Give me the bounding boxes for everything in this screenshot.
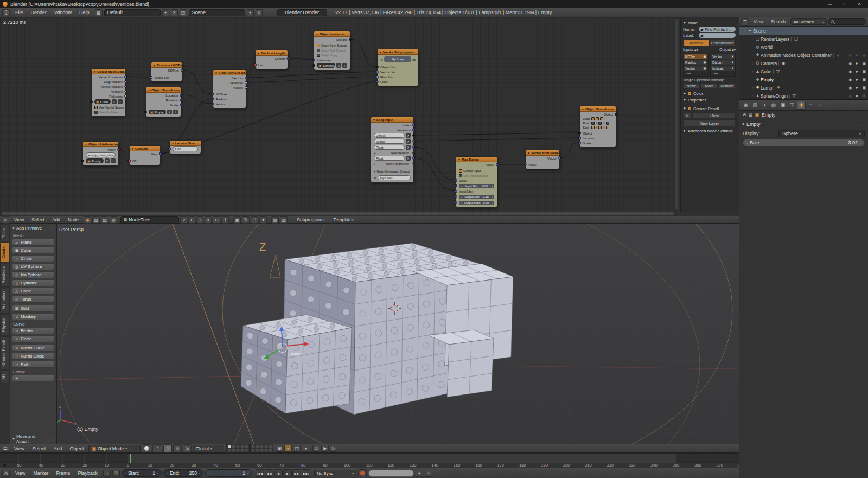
layer-toggle[interactable] [260,449,264,452]
menu-render[interactable]: Render [27,10,51,15]
socket-fpr:Radius[interactable] [212,98,214,100]
socket-locsize:Value[interactable] [168,148,171,150]
viewport-shading-icon[interactable] [142,444,151,452]
manipulator-scale-icon[interactable]: ⇲ [183,444,192,452]
color-panel-header[interactable]: ►✓Color [683,90,736,97]
gp-new-layer-button[interactable]: New Layer [683,120,736,126]
node-header-oto[interactable]: ▼Object Transforms ... [580,106,616,112]
add-torus-button[interactable]: ◎Torus [12,296,55,303]
socket-invoke:Object List[interactable] [376,66,379,68]
socket-gll:Length[interactable] [286,57,289,60]
close-button[interactable]: ✕ [853,2,865,7]
menu-view[interactable]: View [10,217,28,222]
text-field[interactable]: empty_draw_size [83,152,118,158]
restrict-select-icon[interactable]: ► [855,69,859,74]
tab-performance[interactable]: Performance [710,40,736,46]
socket-oto:Scale[interactable] [578,142,581,144]
node-header-oin[interactable]: ▼Object Instancer [314,31,350,37]
iterator-field-FloatParam[interactable]: FloatX [371,155,413,161]
add-cone-button[interactable]: △Cone [12,288,55,295]
socket-omd:Cube[interactable] [90,100,93,103]
layer-toggle[interactable] [251,445,255,448]
socket-oin:SphereO...[interactable] [312,64,315,67]
properties-tab-scene[interactable]: ◑ [760,101,769,110]
checkbox-Use Modifiers[interactable]: Use Modifiers [92,110,125,114]
socket-loop:Vector[interactable] [412,140,415,143]
node-omd[interactable]: ▼Object Mesh DataVertex LocationsEdge In… [91,68,126,117]
menu-select[interactable]: Select [28,446,49,451]
clear-object-button[interactable]: X [336,63,341,68]
properties-panel-header[interactable]: ▼Properties [683,97,736,103]
node-name-field[interactable]: ▣Find Points in... [699,27,736,32]
proportional-edit-icon[interactable]: ◎ [312,445,320,452]
tool-tab-animation[interactable]: Animation [0,288,10,313]
socket-loop:FloatParam[interactable] [412,157,415,160]
insert-keyframe-icon[interactable]: ✦ [416,470,423,477]
eyedropper-icon[interactable]: / [173,110,178,114]
layer-toggle[interactable] [256,449,259,452]
socket-ckd:KDTree[interactable] [181,69,183,72]
slider-Output Min:[interactable]: ‹Output Min:0.18› [456,194,497,200]
outliner-item-lamp[interactable]: ○✹Lamp|✳◉►▣ [739,84,868,92]
tool-tab-relations[interactable]: Relations [0,263,10,287]
menu-frame[interactable]: Frame [52,470,74,476]
toggle-move-button[interactable]: Move [701,83,718,89]
timeline-canvas[interactable]: -50-40-30-20-100102030405060708090100110… [0,453,739,468]
socket-mr:Output Max:[interactable] [455,201,457,204]
add-new-iterator[interactable]: +New Iterator [371,150,413,155]
tab-normal[interactable]: Normal [683,40,710,46]
layer-toggle[interactable] [240,449,244,452]
properties-tab-render[interactable]: ◉ [742,101,750,110]
node-gll[interactable]: ▼Get List LengthLengthList [255,50,288,69]
empty-display-select[interactable]: Sphere▾ [778,130,865,137]
add-circle-button[interactable]: ○Circle [12,335,55,342]
add-nurbs-circle-button[interactable]: ◌Nurbs Circle [12,353,55,360]
restrict-view-icon[interactable]: ◉ [848,78,852,82]
add-circle-button[interactable]: ○Circle [12,255,55,262]
eyedropper-icon[interactable]: / [118,99,123,104]
axes-toggle-Rota[interactable]: RotaXY [580,121,616,125]
move-and-attach-panel-header[interactable]: ▼Move and Attach:::: [12,435,55,443]
next-keyframe-button[interactable]: ▶▶ [292,469,301,477]
remove-socket-button[interactable]: X [406,139,411,144]
node-header-conv[interactable]: ▼Convert [130,146,160,151]
add-new-generator-output[interactable]: +New Generator Output [371,169,413,174]
outliner-item-sphereorigin[interactable]: ○▲SphereOrigin|▽◉►▣ [739,92,868,100]
current-frame-field[interactable]: ‹1› [205,469,252,477]
layout-delete-button[interactable]: X [171,9,178,16]
outliner-item-animation-nodes-object-container[interactable]: ○✛Animation Nodes Object Container|▽◉►▣ [739,51,868,59]
pivot-point-icon[interactable]: ⁘ [152,444,162,452]
restrict-render-icon[interactable]: ▣ [862,61,866,66]
restrict-render-icon[interactable]: ▣ [862,94,866,98]
restrict-render-icon[interactable]: ▣ [862,78,866,82]
node-panel-header[interactable]: ▼Node [683,20,736,26]
add-plane-button[interactable]: ▱Plane [12,239,55,246]
viewport-3d[interactable]: ZEmptyxyz ToolsCreateRelationsAnimationP… [0,224,739,444]
restrict-select-icon[interactable]: ► [855,53,859,58]
outliner-item-empty[interactable]: ✛Empty◉►▣ [739,75,868,84]
node-editor-vscrollbar[interactable] [675,19,678,209]
auto-keyframe-icon[interactable] [358,469,367,477]
restrict-render-icon[interactable]: ▣ [862,69,866,74]
socket-conv:Old[interactable] [128,160,131,162]
info-editor-type-icon[interactable]: ⓘ [2,9,10,16]
node-invoke[interactable]: ▼Invoke Subprogram↻My Loop▤Object ListVe… [377,49,419,86]
socket-mr:Input Max[interactable] [455,190,457,193]
axes-toggle-Loca[interactable]: Loca✓✓✓ [580,117,616,121]
add-path-button[interactable]: ↗Path [12,361,55,368]
layer-toggle[interactable] [227,449,231,452]
subprogram-name-field[interactable]: ⚙My Loop [371,175,413,181]
properties-tab-physics[interactable]: ◌ [815,101,824,110]
outliner-item-cube[interactable]: ○▲Cube|▽◉►▣ [739,67,868,75]
shader-nodes-icon[interactable]: ◉ [84,216,91,224]
eyedropper-icon[interactable]: / [111,158,116,163]
checkbox-Clamp Input[interactable]: ✓Clamp Input [456,168,497,173]
start-frame-field[interactable]: ‹Start: 1› [122,469,162,477]
socket-fpr:Distances[interactable] [245,81,247,84]
scene-browse-icon[interactable]: ◲ [180,9,187,16]
layers-widget[interactable] [226,444,273,453]
node-oin[interactable]: ▼Object InstancerObjects✓Copy from Sourc… [314,31,350,71]
snap-element-icon[interactable]: ◫ [293,445,301,452]
templates-menu[interactable]: Templates [329,217,358,222]
node-locsize[interactable]: ▼Locator Size3.02 [169,140,201,154]
